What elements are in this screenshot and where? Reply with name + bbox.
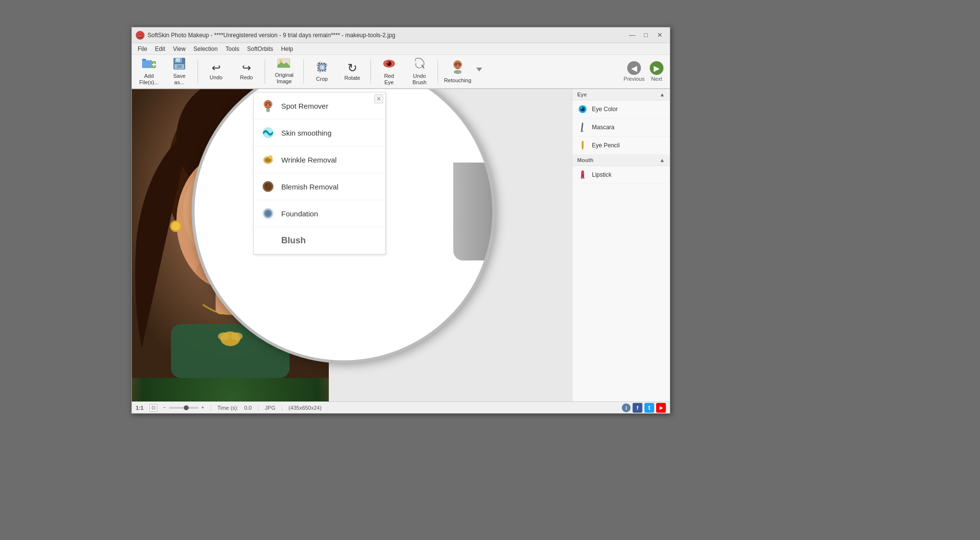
menu-help[interactable]: Help [277,45,297,53]
status-sep-1: | [210,405,212,411]
eye-color-item[interactable]: Eye Color [572,100,670,118]
eye-pencil-label: Eye Pencil [592,142,620,149]
toolbar-sep-1 [197,59,198,84]
menu-edit[interactable]: Edit [151,45,169,53]
window-title: SoftSkin Photo Makeup - ****Unregistered… [147,32,626,39]
popup-blush[interactable]: Blush [254,227,385,254]
svg-marker-82 [582,141,584,141]
svg-rect-1 [142,59,146,61]
add-files-button[interactable]: AddFile(s)... [135,57,163,86]
svg-marker-81 [582,148,584,150]
zoom-slider-container: − + [163,405,204,410]
zoom-plus-icon: + [201,405,204,410]
image-format: JPG [265,405,275,411]
status-sep-3: | [281,405,283,411]
mascara-item[interactable]: Mascara [572,118,670,137]
redo-label: Redo [240,74,253,80]
menu-bar: File Edit View Selection Tools SoftOrbit… [132,43,670,55]
undo-brush-label: UndoBrush [413,73,427,86]
close-button[interactable]: ✕ [653,30,666,41]
popup-wrinkle-removal[interactable]: Wrinkle Removal [254,146,385,173]
original-image-label: OriginalImage [275,72,294,85]
zoom-fit-button[interactable]: ⊡ [149,404,157,412]
redo-button[interactable]: ↪ Redo [232,57,261,86]
red-eye-icon [382,57,396,72]
zoom-slider[interactable] [169,407,198,409]
eye-pencil-icon [577,140,588,151]
svg-point-21 [388,62,389,63]
menu-view[interactable]: View [169,45,190,53]
eye-color-icon [577,104,588,115]
wrinkle-removal-label: Wrinkle Removal [281,156,337,164]
undo-brush-icon [413,57,426,72]
lipstick-item[interactable]: Lipstick [572,166,670,184]
rotate-label: Rotate [344,75,360,81]
info-button[interactable]: i [622,403,631,412]
image-area: ✕ [132,89,572,401]
prev-arrow-icon: ◀ [627,61,641,75]
popup-foundation[interactable]: Foundation [254,200,385,227]
save-icon [173,57,186,72]
status-bar: 1:1 ⊡ − + | Time (s): 0.0 | JPG | (435x6… [132,401,670,413]
retouching-dropdown[interactable] [476,68,482,75]
popup-close-button[interactable]: ✕ [374,94,383,103]
save-as-button[interactable]: Saveas... [165,57,194,86]
eye-pencil-item[interactable]: Eye Pencil [572,137,670,155]
svg-point-70 [267,188,268,188]
minimize-button[interactable]: — [626,30,638,41]
svg-point-27 [454,70,462,74]
next-button[interactable]: ▶ Next [646,59,667,84]
menu-softorbits[interactable]: SoftOrbits [243,45,277,53]
crop-icon [316,61,328,75]
desktop: 💄 SoftSkin Photo Makeup - ****Unregister… [0,0,980,540]
toolbar-sep-3 [303,59,304,84]
app-window: 💄 SoftSkin Photo Makeup - ****Unregister… [131,27,670,414]
right-grey-area: ✕ [329,89,572,401]
undo-brush-button[interactable]: UndoBrush [405,57,434,86]
undo-button[interactable]: ↩ Undo [202,57,230,86]
add-files-icon [142,57,156,72]
image-dimensions: (435x650x24) [289,405,321,411]
redo-icon: ↪ [242,63,251,73]
maximize-button[interactable]: □ [639,30,652,41]
foundation-label: Foundation [281,210,318,218]
popup-spot-remover[interactable]: Spot Remover [254,93,385,119]
crop-button[interactable]: Crop [308,57,336,86]
twitter-icon[interactable]: t [644,403,654,413]
svg-point-65 [269,155,272,159]
svg-point-12 [279,60,282,63]
popup-blemish-removal[interactable]: Blemish Removal [254,173,385,200]
red-eye-button[interactable]: RedEye [375,57,403,86]
svg-rect-9 [177,65,182,68]
svg-point-68 [266,184,268,186]
rotate-button[interactable]: ↻ Rotate [338,57,367,86]
menu-selection[interactable]: Selection [190,45,221,53]
save-as-label: Saveas... [173,73,185,86]
original-image-button[interactable]: OriginalImage [269,57,299,86]
toolbar-nav: ◀ Previous ▶ Next [624,59,667,84]
mascara-icon [577,122,588,133]
toolbar: AddFile(s)... Saveas... ↩ [132,55,670,89]
popup-skin-smoothing[interactable]: Skin smoothing [254,119,385,146]
eye-section-arrow: ▲ [660,92,665,97]
app-icon: 💄 [136,31,145,40]
menu-file[interactable]: File [134,45,151,53]
previous-button[interactable]: ◀ Previous [624,59,644,84]
facebook-icon[interactable]: f [633,403,642,413]
retouching-popup: ✕ [253,92,386,255]
status-sep-2: | [258,405,259,411]
right-panel: Eye ▲ Eye Color [572,89,670,401]
crop-label: Crop [316,76,328,82]
retouching-icon [450,60,465,76]
menu-tools[interactable]: Tools [221,45,243,53]
svg-point-67 [264,183,272,190]
skin-smoothing-icon [261,125,275,140]
svg-rect-0 [142,60,152,68]
svg-rect-7 [176,58,180,62]
svg-point-77 [581,108,583,109]
retouching-button[interactable]: Retouching [442,57,473,86]
youtube-icon[interactable]: ▶ [656,403,666,413]
time-value: 0.0 [244,405,251,411]
foundation-icon [261,206,275,221]
blemish-removal-label: Blemish Removal [281,183,339,191]
